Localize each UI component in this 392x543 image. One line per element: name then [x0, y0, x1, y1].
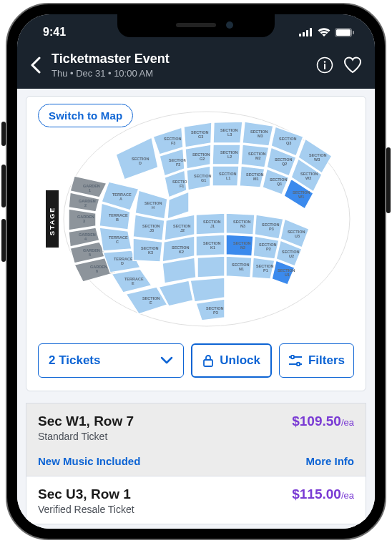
listing-type: Verified Resale Ticket	[38, 504, 134, 515]
heart-icon[interactable]	[343, 57, 362, 74]
svg-rect-2	[306, 30, 308, 36]
status-icons	[299, 24, 355, 37]
listing-price: $109.50/ea	[292, 414, 354, 429]
svg-point-65	[297, 363, 300, 366]
seating-map-card: Switch to Map .sec{fill:#a6cef0;stroke:#…	[26, 96, 366, 391]
svg-rect-3	[310, 28, 312, 36]
listing-extra-info[interactable]: New Music Included	[38, 455, 140, 467]
listing-more-info[interactable]: More Info	[306, 455, 355, 467]
ticket-listings: Sec W1, Row 7 Standard Ticket $109.50/ea…	[26, 403, 366, 524]
info-icon[interactable]	[316, 57, 333, 74]
svg-point-8	[324, 61, 325, 62]
svg-rect-9	[324, 64, 325, 69]
listing-price: $115.00/ea	[292, 486, 354, 502]
lock-icon	[202, 354, 214, 367]
signal-icon	[299, 28, 313, 36]
listing-seat: Sec U3, Row 1	[38, 486, 134, 502]
back-icon[interactable]	[30, 57, 41, 74]
ticket-listing[interactable]: Sec U3, Row 1 Verified Resale Ticket $11…	[26, 476, 366, 524]
filters-button[interactable]: Filters	[279, 343, 354, 378]
app-header: Ticketmaster Event Thu • Dec 31 • 10:00 …	[17, 46, 375, 89]
status-time: 9:41	[37, 21, 66, 39]
seating-map[interactable]: .sec{fill:#a6cef0;stroke:#fff;stroke-wid…	[38, 104, 354, 333]
filters-icon	[288, 355, 303, 366]
switch-map-label: Switch to Map	[49, 109, 122, 122]
event-title: Ticketmaster Event	[52, 52, 306, 67]
listing-type: Standard Ticket	[38, 431, 134, 442]
svg-rect-61	[204, 360, 212, 366]
wifi-icon	[318, 28, 330, 36]
filters-label: Filters	[308, 353, 345, 368]
event-subtitle: Thu • Dec 31 • 10:00 AM	[52, 68, 306, 79]
svg-text:STAGE: STAGE	[49, 207, 56, 235]
svg-rect-0	[299, 34, 301, 36]
tickets-label: 2 Tickets	[49, 353, 100, 368]
battery-icon	[335, 28, 355, 37]
unlock-label: Unlock	[220, 353, 260, 368]
ticket-quantity-selector[interactable]: 2 Tickets	[38, 343, 184, 378]
chevron-down-icon	[160, 356, 173, 365]
listing-seat: Sec W1, Row 7	[38, 414, 134, 429]
ticket-listing[interactable]: Sec W1, Row 7 Standard Ticket $109.50/ea…	[26, 403, 366, 476]
svg-rect-5	[336, 29, 351, 36]
svg-point-63	[291, 356, 294, 358]
unlock-button[interactable]: Unlock	[191, 343, 272, 378]
svg-rect-6	[353, 31, 354, 34]
switch-map-button[interactable]: Switch to Map	[38, 104, 133, 127]
svg-rect-1	[303, 32, 305, 36]
